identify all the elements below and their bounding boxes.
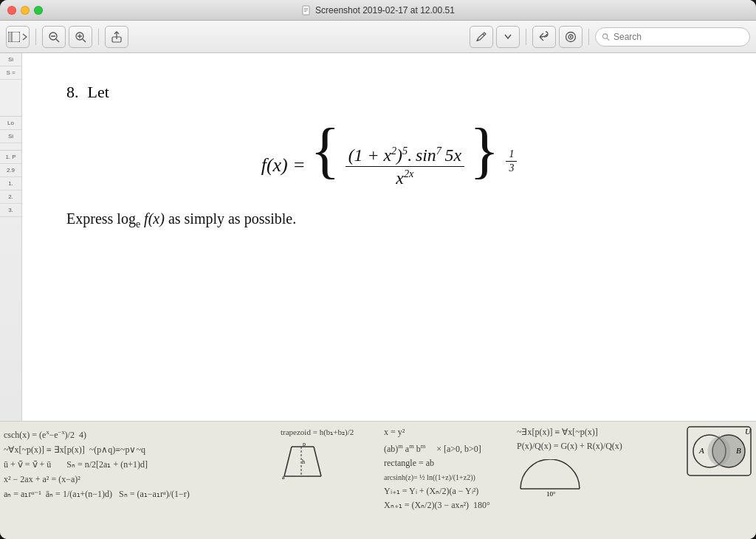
back-icon [537, 31, 551, 43]
zoom-out-button[interactable] [42, 26, 66, 48]
svg-line-13 [83, 39, 86, 42]
sidebar-thumb-1[interactable] [0, 80, 21, 117]
svg-line-21 [607, 38, 609, 40]
svg-rect-2 [304, 10, 308, 10]
close-button[interactable] [7, 6, 16, 15]
traffic-lights [7, 6, 43, 15]
svg-line-25 [314, 447, 321, 476]
denominator: x2x [393, 167, 416, 188]
problem-number: 8. [66, 83, 79, 102]
sidebar-label-3: 3. [0, 204, 21, 217]
separator-2 [98, 29, 99, 45]
svg-rect-32 [687, 427, 751, 476]
document-icon [301, 5, 312, 16]
svg-point-34 [712, 435, 745, 467]
semicircle-diagram: 10° [517, 459, 583, 496]
share-button[interactable] [105, 26, 128, 48]
separator-4 [588, 29, 589, 45]
minimize-button[interactable] [21, 6, 30, 15]
sidebar-label-2: 2. [0, 190, 21, 204]
svg-rect-1 [304, 8, 308, 9]
zoom-in-icon [75, 31, 86, 43]
toolbar [0, 21, 756, 53]
svg-point-19 [570, 35, 571, 37]
sidebar-toggle-button[interactable] [6, 26, 30, 48]
main-window: a² = 2ab + b² = (a+b)² x̄ − F̄ᵢWᵢXᵢ/Σwᵢ … [0, 0, 756, 539]
zoom-out-icon [48, 31, 60, 43]
bottom-bar: csch(x) = (ex−e−x)/2 4) ~∀x[~p(x)] ≡ ∃x[… [0, 421, 756, 539]
target-icon [565, 31, 577, 43]
math-formula: f(x) = { (1 + x2)5. sin7 5x x2x } 1 3 [66, 120, 712, 188]
question-text: Express loge f(x) as simply as possible. [66, 210, 712, 230]
maximize-button[interactable] [34, 6, 43, 15]
content-area: Si S = Lo Si 1. P 2.9 1. 2. 3. 8. Let f(… [0, 53, 756, 421]
dropdown-icon [504, 34, 512, 39]
share-icon [111, 31, 123, 43]
sidebar-label-si: Si [0, 53, 21, 66]
separator-3 [526, 29, 526, 45]
left-brace: { [310, 116, 340, 185]
search-box[interactable] [595, 27, 750, 47]
chevron-down-icon [22, 33, 27, 41]
sidebar-label-29: 2.9 [0, 164, 21, 177]
svg-text:b: b [303, 443, 306, 447]
svg-text:10°: 10° [546, 490, 556, 496]
dropdown-button[interactable] [496, 26, 520, 48]
zoom-in-button[interactable] [69, 26, 92, 48]
sidebar-icon [8, 32, 20, 42]
pen-button[interactable] [470, 26, 493, 48]
search-icon [602, 32, 610, 41]
right-brace: } [470, 116, 499, 185]
sidebar-label-s: S = [0, 66, 21, 80]
separator-1 [35, 29, 36, 45]
svg-text:A: A [698, 446, 704, 455]
svg-text:B: B [736, 446, 741, 455]
fraction: (1 + x2)5. sin7 5x x2x [346, 145, 464, 188]
svg-text:h: h [302, 459, 305, 465]
svg-text:U: U [745, 427, 752, 436]
function-lhs: f(x) = [261, 154, 311, 176]
sidebar-label-si2: Si [0, 130, 21, 143]
sidebar-label-1: 1. [0, 177, 21, 190]
svg-line-16 [483, 34, 484, 35]
svg-rect-3 [304, 11, 306, 12]
sidebar-label-lo: Lo [0, 117, 21, 130]
search-input[interactable] [614, 32, 743, 42]
sidebar: Si S = Lo Si 1. P 2.9 1. 2. 3. [0, 53, 22, 421]
svg-point-20 [602, 33, 607, 38]
svg-point-33 [693, 435, 726, 467]
sidebar-thumb-slash[interactable] [0, 143, 21, 151]
svg-text:a: a [282, 474, 285, 480]
trapezoid-diagram: a b h [281, 443, 325, 480]
back-button[interactable] [532, 26, 556, 48]
sidebar-label-1p: 1. P [0, 151, 21, 164]
svg-rect-0 [303, 6, 309, 15]
window-title: Screenshot 2019-02-17 at 12.00.51 [301, 5, 455, 16]
titlebar: Screenshot 2019-02-17 at 12.00.51 [0, 0, 756, 21]
svg-line-24 [284, 447, 292, 476]
target-button[interactable] [559, 26, 583, 48]
venn-diagram: A B U [686, 425, 752, 477]
problem-intro: Let [88, 83, 109, 102]
pen-icon [475, 31, 487, 43]
document-area: 8. Let f(x) = { (1 + x2)5. sin7 5x x2x } [22, 53, 756, 421]
outer-exponent: 1 3 [506, 154, 517, 166]
svg-line-9 [56, 39, 59, 42]
numerator: (1 + x2)5. sin7 5x [346, 145, 464, 167]
svg-rect-5 [8, 32, 12, 42]
